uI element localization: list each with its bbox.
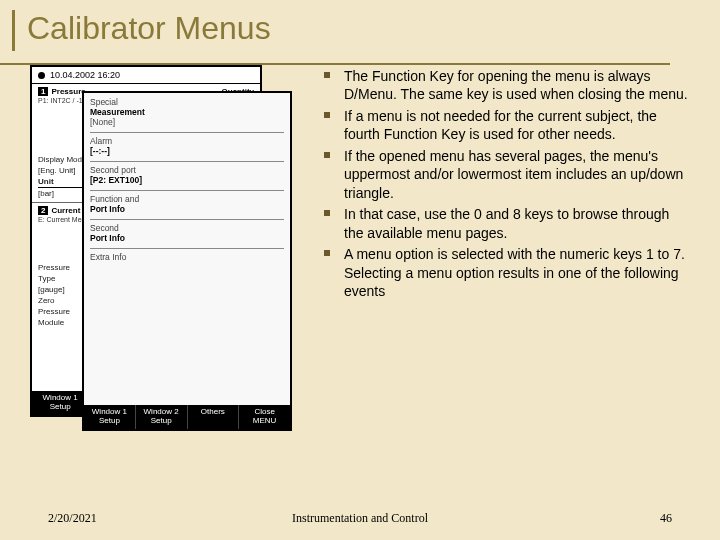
device-back-time: 10.04.2002 16:20 — [50, 70, 120, 80]
bullet-item: If the opened menu has several pages, th… — [318, 147, 690, 202]
footer: 2/20/2021 Instrumentation and Control 46 — [0, 511, 720, 526]
softkey[interactable]: Window 1Setup — [32, 391, 89, 415]
section-2-num: 2 — [38, 206, 48, 215]
bullet-item: The Function Key for opening the menu is… — [318, 67, 690, 104]
device-front-body: SpecialMeasurement[None] Alarm[--:--] Se… — [84, 93, 290, 271]
bullet-item: A menu option is selected with the numer… — [318, 245, 690, 300]
title-block: Calibrator Menus — [12, 10, 690, 51]
softkey[interactable]: Window 2Setup — [136, 405, 188, 429]
softkey[interactable]: CloseMENU — [239, 405, 290, 429]
footer-date: 2/20/2021 — [48, 511, 128, 526]
softkey[interactable]: Others — [188, 405, 240, 429]
content-row: 10.04.2002 16:20 1Pressure Quantity P1: … — [12, 65, 690, 435]
bullet-item: If a menu is not needed for the current … — [318, 107, 690, 144]
device-back-header: 10.04.2002 16:20 — [32, 67, 260, 84]
section-2-name: Current — [51, 206, 80, 215]
footer-center: Instrumentation and Control — [128, 511, 592, 526]
softkey[interactable]: Window 1Setup — [84, 405, 136, 429]
bullet-list: The Function Key for opening the menu is… — [318, 65, 690, 435]
slide: Calibrator Menus 10.04.2002 16:20 1Press… — [0, 0, 720, 540]
footer-page: 46 — [592, 511, 672, 526]
device-front-softkeys: Window 1Setup Window 2Setup Others Close… — [84, 405, 290, 429]
section-1-name: Pressure — [51, 87, 85, 96]
record-dot-icon — [38, 72, 45, 79]
device-front: SpecialMeasurement[None] Alarm[--:--] Se… — [82, 91, 292, 431]
section-1-num: 1 — [38, 87, 48, 96]
device-screenshots: 10.04.2002 16:20 1Pressure Quantity P1: … — [30, 65, 292, 435]
slide-title: Calibrator Menus — [27, 10, 690, 51]
bullet-item: In that case, use the 0 and 8 keys to br… — [318, 205, 690, 242]
